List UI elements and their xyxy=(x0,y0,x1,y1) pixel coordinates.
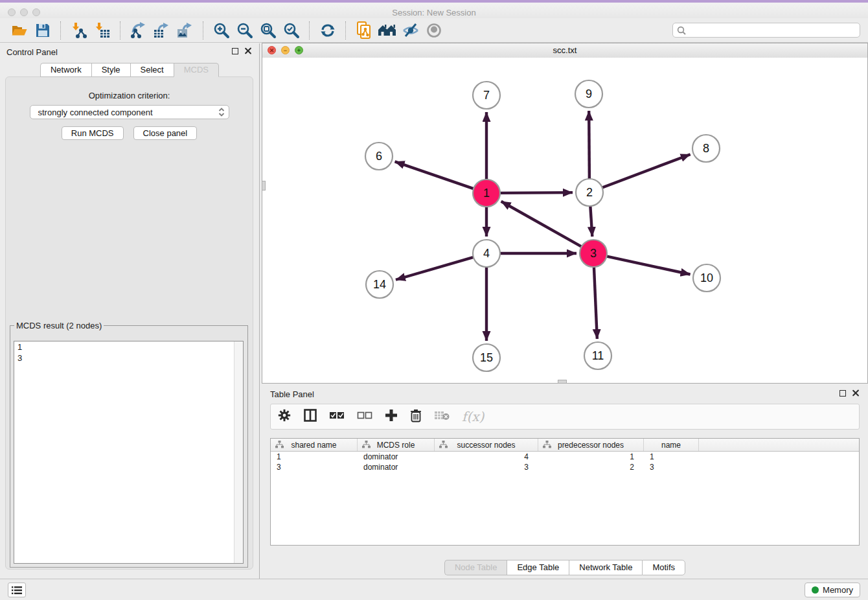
svg-text:3: 3 xyxy=(590,247,597,260)
table-cell: 1 xyxy=(538,452,644,462)
table-row[interactable]: 1dominator411 xyxy=(271,452,859,462)
import-table-icon[interactable] xyxy=(93,21,112,40)
optimization-criterion-label: Optimization criterion: xyxy=(6,91,253,100)
table-body: 1dominator4113dominator323 xyxy=(271,452,859,472)
network-canvas[interactable]: 7968124314101511 xyxy=(262,58,867,383)
column-header-predecessor-nodes[interactable]: predecessor nodes xyxy=(538,439,644,451)
list-icon xyxy=(12,586,22,595)
svg-text:1: 1 xyxy=(483,187,490,200)
close-panel-button[interactable]: Close panel xyxy=(133,126,198,140)
tab-select[interactable]: Select xyxy=(130,63,174,77)
mcds-result-list[interactable]: 13 xyxy=(14,341,244,564)
graph-edge-3-10[interactable] xyxy=(606,256,691,274)
export-table-icon[interactable] xyxy=(152,21,172,40)
graph-node-3[interactable]: 3 xyxy=(580,240,607,267)
graph-node-9[interactable]: 9 xyxy=(575,80,602,108)
add-column-plus-icon[interactable] xyxy=(385,409,398,424)
tab-network[interactable]: Network xyxy=(40,63,91,77)
graph-node-14[interactable]: 14 xyxy=(366,271,393,298)
export-image-icon[interactable] xyxy=(176,21,195,40)
window-title: Session: New Session xyxy=(0,8,868,17)
column-panel-icon[interactable] xyxy=(304,409,317,424)
graph-edge-2-9[interactable] xyxy=(589,111,589,180)
tab-edge-table[interactable]: Edge Table xyxy=(507,560,569,575)
first-neighbors-houses-icon[interactable] xyxy=(378,21,397,40)
toolbar-separator xyxy=(120,21,121,40)
graph-node-7[interactable]: 7 xyxy=(473,82,500,109)
result-scrollbar[interactable] xyxy=(234,341,243,563)
table-panel-title: Table Panel xyxy=(270,389,314,399)
zoom-in-icon[interactable] xyxy=(212,21,231,40)
search-input[interactable] xyxy=(689,25,856,36)
open-file-icon[interactable] xyxy=(10,21,29,40)
graph-edge-1-2[interactable] xyxy=(499,192,573,193)
tab-mcds[interactable]: MCDS xyxy=(174,63,219,77)
graph-node-6[interactable]: 6 xyxy=(365,143,393,170)
run-mcds-button[interactable]: Run MCDS xyxy=(62,126,124,140)
deselect-all-checkboxes-icon[interactable] xyxy=(357,411,372,422)
control-panel-tabs: NetworkStyleSelectMCDS xyxy=(0,63,259,77)
table-cell: 4 xyxy=(435,452,538,462)
tab-network-table[interactable]: Network Table xyxy=(569,560,642,575)
table-header-row: shared nameMCDS rolesuccessor nodesprede… xyxy=(271,439,859,452)
table-settings-gear-icon[interactable] xyxy=(277,408,291,425)
table-panel-tabs: Node TableEdge TableNetwork TableMotifs xyxy=(262,560,868,575)
export-network-icon[interactable] xyxy=(129,21,148,40)
table-row[interactable]: 3dominator323 xyxy=(271,462,859,472)
svg-text:8: 8 xyxy=(703,142,709,155)
control-panel-title: Control Panel xyxy=(6,47,58,57)
table-cell: 3 xyxy=(644,462,699,472)
svg-text:4: 4 xyxy=(483,247,490,260)
graph-node-8[interactable]: 8 xyxy=(692,135,720,162)
table-panel: Table Panel xyxy=(262,386,868,579)
import-network-icon[interactable] xyxy=(69,21,89,40)
column-header-MCDS-role[interactable]: MCDS role xyxy=(358,439,435,451)
graph-node-11[interactable]: 11 xyxy=(584,342,611,369)
column-header-name[interactable]: name xyxy=(644,439,699,451)
select-all-checkboxes-icon[interactable] xyxy=(329,411,345,422)
zoom-out-icon[interactable] xyxy=(235,21,255,40)
graph-node-1[interactable]: 1 xyxy=(473,179,500,207)
zoom-fit-icon[interactable] xyxy=(258,21,278,40)
graph-edge-2-3[interactable] xyxy=(590,205,592,237)
duplicate-network-icon[interactable] xyxy=(354,21,374,40)
svg-text:10: 10 xyxy=(700,271,713,284)
memory-label: Memory xyxy=(823,585,853,595)
graph-node-15[interactable]: 15 xyxy=(473,344,500,371)
horizontal-scroll-handle[interactable] xyxy=(558,380,567,384)
close-panel-icon[interactable] xyxy=(852,389,859,397)
memory-button[interactable]: Memory xyxy=(805,583,860,597)
graph-edge-3-1[interactable] xyxy=(501,202,583,248)
mcds-result-title: MCDS result (2 nodes) xyxy=(14,321,104,330)
close-panel-icon[interactable] xyxy=(244,47,251,54)
network-graph[interactable]: 7968124314101511 xyxy=(262,58,867,383)
toolbar-separator xyxy=(60,21,62,40)
tab-node-table[interactable]: Node Table xyxy=(444,560,507,575)
tab-motifs[interactable]: Motifs xyxy=(642,560,685,575)
column-header-shared-name[interactable]: shared name xyxy=(271,439,358,451)
criterion-select[interactable]: strongly connected component xyxy=(30,105,229,119)
task-history-button[interactable] xyxy=(8,583,26,597)
tab-style[interactable]: Style xyxy=(91,63,130,77)
graph-edge-2-8[interactable] xyxy=(601,154,691,188)
zoom-selected-icon[interactable] xyxy=(282,21,301,40)
function-builder-icon: f(x) xyxy=(462,410,484,423)
select-stepper-icon xyxy=(218,107,225,117)
hide-selected-eye-slash-icon[interactable] xyxy=(401,21,420,40)
column-header-successor-nodes[interactable]: successor nodes xyxy=(435,439,538,451)
float-panel-icon[interactable] xyxy=(839,390,846,397)
mcds-result-group: MCDS result (2 nodes) 13 xyxy=(10,321,248,568)
vertical-scroll-handle[interactable] xyxy=(262,181,266,190)
graph-node-10[interactable]: 10 xyxy=(693,264,720,292)
save-session-icon[interactable] xyxy=(33,21,52,40)
refresh-network-icon[interactable] xyxy=(318,21,337,40)
graph-edge-1-6[interactable] xyxy=(395,161,475,189)
graph-node-2[interactable]: 2 xyxy=(576,179,603,206)
table-cell: 1 xyxy=(644,452,699,462)
graph-edge-4-14[interactable] xyxy=(396,257,475,279)
float-panel-icon[interactable] xyxy=(232,48,238,54)
delete-column-trash-icon[interactable] xyxy=(410,409,422,425)
svg-text:7: 7 xyxy=(483,89,490,102)
graph-edge-3-11[interactable] xyxy=(594,266,597,339)
graph-node-4[interactable]: 4 xyxy=(473,240,500,267)
